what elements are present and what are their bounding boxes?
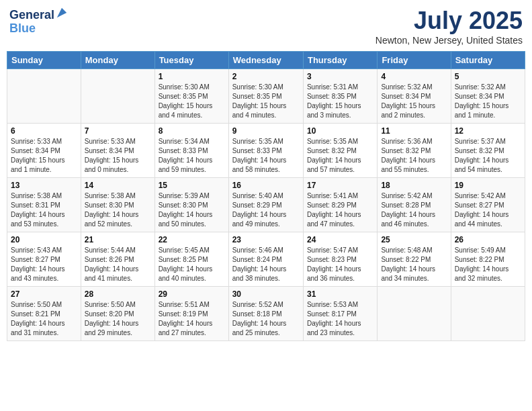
- calendar-cell: 28Sunrise: 5:50 AM Sunset: 8:20 PM Dayli…: [81, 287, 154, 341]
- weekday-header-thursday: Thursday: [303, 52, 377, 69]
- calendar-cell: 27Sunrise: 5:50 AM Sunset: 8:21 PM Dayli…: [7, 287, 81, 341]
- calendar-cell: 30Sunrise: 5:52 AM Sunset: 8:18 PM Dayli…: [228, 287, 303, 341]
- day-number: 21: [85, 235, 151, 244]
- calendar-cell: 22Sunrise: 5:45 AM Sunset: 8:25 PM Dayli…: [154, 232, 228, 287]
- calendar-cell: [378, 287, 451, 341]
- day-number: 29: [159, 289, 225, 299]
- calendar-week-3: 13Sunrise: 5:38 AM Sunset: 8:31 PM Dayli…: [7, 178, 525, 232]
- day-info: Sunrise: 5:35 AM Sunset: 8:33 PM Dayligh…: [232, 137, 300, 175]
- day-number: 24: [307, 235, 373, 244]
- day-info: Sunrise: 5:50 AM Sunset: 8:21 PM Dayligh…: [11, 300, 77, 338]
- calendar-cell: 7Sunrise: 5:33 AM Sunset: 8:34 PM Daylig…: [81, 124, 154, 178]
- calendar-week-2: 6Sunrise: 5:33 AM Sunset: 8:34 PM Daylig…: [7, 124, 525, 178]
- day-number: 5: [455, 72, 521, 81]
- day-info: Sunrise: 5:51 AM Sunset: 8:19 PM Dayligh…: [159, 300, 225, 338]
- weekday-header-saturday: Saturday: [451, 52, 525, 69]
- day-number: 17: [307, 181, 373, 190]
- calendar-cell: 4Sunrise: 5:32 AM Sunset: 8:34 PM Daylig…: [378, 69, 451, 124]
- day-info: Sunrise: 5:32 AM Sunset: 8:34 PM Dayligh…: [381, 83, 447, 120]
- calendar-cell: 23Sunrise: 5:46 AM Sunset: 8:24 PM Dayli…: [228, 232, 303, 287]
- weekday-header-friday: Friday: [378, 52, 451, 69]
- calendar-cell: 21Sunrise: 5:44 AM Sunset: 8:26 PM Dayli…: [81, 232, 154, 287]
- day-info: Sunrise: 5:43 AM Sunset: 8:27 PM Dayligh…: [11, 246, 77, 283]
- calendar-cell: 19Sunrise: 5:42 AM Sunset: 8:27 PM Dayli…: [451, 178, 525, 232]
- calendar-cell: 16Sunrise: 5:40 AM Sunset: 8:29 PM Dayli…: [228, 178, 303, 232]
- calendar-cell: [7, 69, 81, 124]
- day-info: Sunrise: 5:36 AM Sunset: 8:32 PM Dayligh…: [381, 137, 447, 175]
- logo-icon: [56, 7, 68, 19]
- day-info: Sunrise: 5:37 AM Sunset: 8:32 PM Dayligh…: [455, 137, 521, 175]
- day-number: 11: [381, 126, 447, 136]
- page-header: General Blue July 2025 Newton, New Jerse…: [7, 7, 525, 46]
- logo-text: General Blue: [9, 7, 68, 36]
- calendar-cell: [81, 69, 154, 124]
- day-info: Sunrise: 5:34 AM Sunset: 8:33 PM Dayligh…: [159, 137, 225, 175]
- day-number: 2: [232, 72, 300, 81]
- day-info: Sunrise: 5:47 AM Sunset: 8:23 PM Dayligh…: [307, 246, 373, 283]
- calendar-cell: 10Sunrise: 5:35 AM Sunset: 8:32 PM Dayli…: [303, 124, 377, 178]
- day-info: Sunrise: 5:30 AM Sunset: 8:35 PM Dayligh…: [232, 83, 300, 120]
- day-number: 15: [159, 181, 225, 190]
- day-info: Sunrise: 5:33 AM Sunset: 8:34 PM Dayligh…: [85, 137, 151, 175]
- day-number: 23: [232, 235, 300, 244]
- day-number: 4: [381, 72, 447, 81]
- calendar-week-5: 27Sunrise: 5:50 AM Sunset: 8:21 PM Dayli…: [7, 287, 525, 341]
- day-number: 12: [455, 126, 521, 136]
- calendar-cell: 25Sunrise: 5:48 AM Sunset: 8:22 PM Dayli…: [378, 232, 451, 287]
- weekday-header-monday: Monday: [81, 52, 154, 69]
- day-number: 3: [307, 72, 373, 81]
- main-title: July 2025: [375, 7, 523, 35]
- logo: General Blue: [9, 7, 68, 36]
- day-info: Sunrise: 5:53 AM Sunset: 8:17 PM Dayligh…: [307, 300, 373, 338]
- day-number: 22: [159, 235, 225, 244]
- calendar-cell: 26Sunrise: 5:49 AM Sunset: 8:22 PM Dayli…: [451, 232, 525, 287]
- day-number: 18: [381, 181, 447, 190]
- calendar-cell: 1Sunrise: 5:30 AM Sunset: 8:35 PM Daylig…: [154, 69, 228, 124]
- day-info: Sunrise: 5:30 AM Sunset: 8:35 PM Dayligh…: [159, 83, 225, 120]
- calendar-cell: 3Sunrise: 5:31 AM Sunset: 8:35 PM Daylig…: [303, 69, 377, 124]
- day-info: Sunrise: 5:38 AM Sunset: 8:30 PM Dayligh…: [85, 191, 151, 229]
- day-info: Sunrise: 5:44 AM Sunset: 8:26 PM Dayligh…: [85, 246, 151, 283]
- day-info: Sunrise: 5:38 AM Sunset: 8:31 PM Dayligh…: [11, 191, 77, 229]
- day-number: 6: [11, 126, 77, 136]
- calendar-cell: 11Sunrise: 5:36 AM Sunset: 8:32 PM Dayli…: [378, 124, 451, 178]
- subtitle: Newton, New Jersey, United States: [375, 35, 523, 46]
- day-info: Sunrise: 5:41 AM Sunset: 8:29 PM Dayligh…: [307, 191, 373, 229]
- calendar-cell: 5Sunrise: 5:32 AM Sunset: 8:34 PM Daylig…: [451, 69, 525, 124]
- day-info: Sunrise: 5:32 AM Sunset: 8:34 PM Dayligh…: [455, 83, 521, 120]
- calendar-week-1: 1Sunrise: 5:30 AM Sunset: 8:35 PM Daylig…: [7, 69, 525, 124]
- day-info: Sunrise: 5:31 AM Sunset: 8:35 PM Dayligh…: [307, 83, 373, 120]
- svg-marker-0: [57, 8, 66, 17]
- calendar-cell: 13Sunrise: 5:38 AM Sunset: 8:31 PM Dayli…: [7, 178, 81, 232]
- day-number: 1: [159, 72, 225, 81]
- calendar-cell: 15Sunrise: 5:39 AM Sunset: 8:30 PM Dayli…: [154, 178, 228, 232]
- calendar-week-4: 20Sunrise: 5:43 AM Sunset: 8:27 PM Dayli…: [7, 232, 525, 287]
- calendar-cell: [451, 287, 525, 341]
- day-info: Sunrise: 5:49 AM Sunset: 8:22 PM Dayligh…: [455, 246, 521, 283]
- day-info: Sunrise: 5:42 AM Sunset: 8:27 PM Dayligh…: [455, 191, 521, 229]
- day-info: Sunrise: 5:48 AM Sunset: 8:22 PM Dayligh…: [381, 246, 447, 283]
- day-number: 28: [85, 289, 151, 299]
- day-number: 20: [11, 235, 77, 244]
- calendar-cell: 31Sunrise: 5:53 AM Sunset: 8:17 PM Dayli…: [303, 287, 377, 341]
- calendar-table: SundayMondayTuesdayWednesdayThursdayFrid…: [7, 51, 525, 341]
- day-number: 14: [85, 181, 151, 190]
- calendar-cell: 12Sunrise: 5:37 AM Sunset: 8:32 PM Dayli…: [451, 124, 525, 178]
- day-number: 16: [232, 181, 300, 190]
- calendar-cell: 2Sunrise: 5:30 AM Sunset: 8:35 PM Daylig…: [228, 69, 303, 124]
- day-info: Sunrise: 5:45 AM Sunset: 8:25 PM Dayligh…: [159, 246, 225, 283]
- day-number: 30: [232, 289, 300, 299]
- title-area: July 2025 Newton, New Jersey, United Sta…: [375, 7, 523, 46]
- day-info: Sunrise: 5:40 AM Sunset: 8:29 PM Dayligh…: [232, 191, 300, 229]
- calendar-cell: 8Sunrise: 5:34 AM Sunset: 8:33 PM Daylig…: [154, 124, 228, 178]
- calendar-cell: 24Sunrise: 5:47 AM Sunset: 8:23 PM Dayli…: [303, 232, 377, 287]
- weekday-header-sunday: Sunday: [7, 52, 81, 69]
- day-info: Sunrise: 5:39 AM Sunset: 8:30 PM Dayligh…: [159, 191, 225, 229]
- day-info: Sunrise: 5:33 AM Sunset: 8:34 PM Dayligh…: [11, 137, 77, 175]
- day-info: Sunrise: 5:35 AM Sunset: 8:32 PM Dayligh…: [307, 137, 373, 175]
- calendar-cell: 18Sunrise: 5:42 AM Sunset: 8:28 PM Dayli…: [378, 178, 451, 232]
- weekday-header-tuesday: Tuesday: [154, 52, 228, 69]
- day-number: 31: [307, 289, 373, 299]
- day-number: 26: [455, 235, 521, 244]
- day-number: 10: [307, 126, 373, 136]
